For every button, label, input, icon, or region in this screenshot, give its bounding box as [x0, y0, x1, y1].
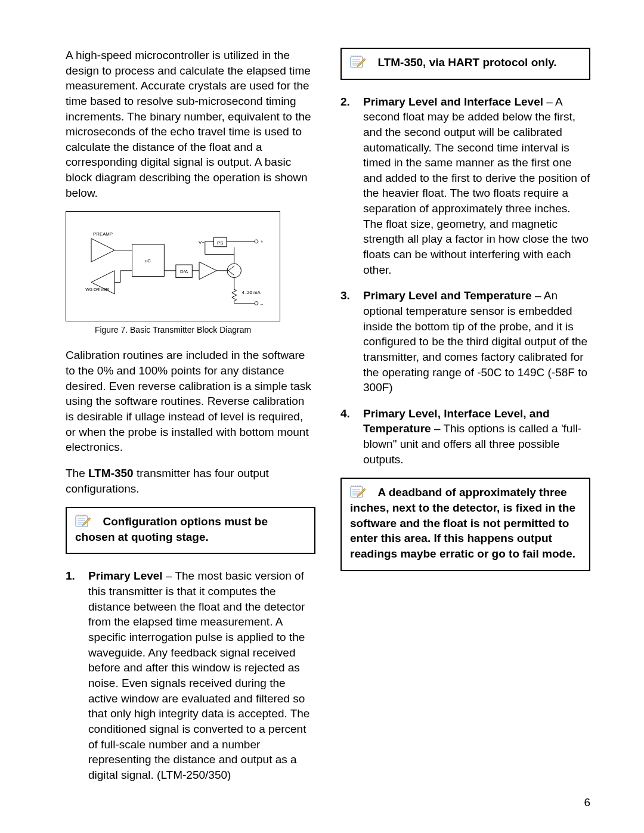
- page-number: 6: [584, 796, 590, 809]
- config-item-1-title: Primary Level: [88, 569, 163, 582]
- svg-line-13: [228, 266, 234, 271]
- config-item-2-title: Primary Level and Interface Level: [363, 95, 543, 108]
- label-plus: +: [261, 239, 264, 244]
- config-item-4: Primary Level, Interface Level, and Temp…: [340, 406, 590, 467]
- two-column-layout: A high-speed microcontroller is utilized…: [66, 48, 590, 793]
- config-item-1-body: – The most basic version of this transmi…: [88, 569, 309, 781]
- label-uc: uC: [145, 259, 151, 264]
- label-minus: –: [261, 301, 264, 306]
- note-text: Configuration options must be chosen at …: [75, 515, 268, 543]
- configs-intro-model: LTM-350: [88, 467, 134, 479]
- block-diagram-svg: PREAMP uC WG DRIVER D: [67, 212, 279, 320]
- intro-paragraph: A high-speed microcontroller is utilized…: [66, 48, 315, 200]
- figure-block-diagram: PREAMP uC WG DRIVER D: [66, 211, 280, 321]
- right-column: LTM-350, via HART protocol only. Primary…: [340, 48, 590, 793]
- config-item-2: Primary Level and Interface Level – A se…: [340, 94, 590, 278]
- svg-point-12: [227, 264, 241, 278]
- note-deadband: A deadband of approximately three inches…: [340, 478, 590, 571]
- calibration-paragraph: Calibration routines are included in the…: [66, 348, 315, 454]
- label-ps: PS: [217, 240, 223, 246]
- note-icon: [350, 55, 366, 69]
- label-preamp: PREAMP: [93, 232, 113, 237]
- note-quoting-stage: Configuration options must be chosen at …: [66, 507, 315, 554]
- note-icon: [350, 485, 366, 499]
- config-item-2-body: – A second float may be added below the …: [363, 95, 590, 276]
- config-item-3: Primary Level and Temperature – An optio…: [340, 288, 590, 395]
- config-list-right: Primary Level and Interface Level – A se…: [340, 94, 590, 467]
- svg-marker-0: [91, 239, 114, 262]
- figure-caption: Figure 7. Basic Transmitter Block Diagra…: [66, 325, 280, 335]
- svg-line-14: [228, 271, 234, 275]
- label-wg: WG DRIVER: [85, 287, 109, 292]
- note-hart-protocol: LTM-350, via HART protocol only.: [340, 48, 590, 80]
- label-vplus: V+: [199, 240, 205, 245]
- note-icon: [75, 514, 91, 528]
- svg-point-24: [255, 302, 258, 305]
- note-text: LTM-350, via HART protocol only.: [377, 56, 556, 69]
- configs-intro-pre: The: [66, 467, 88, 479]
- config-list-left: Primary Level – The most basic version o…: [66, 568, 315, 782]
- note-text: A deadband of approximately three inches…: [350, 486, 575, 560]
- label-output: 4–20 mA: [242, 290, 261, 295]
- config-item-3-title: Primary Level and Temperature: [363, 289, 532, 302]
- left-column: A high-speed microcontroller is utilized…: [66, 48, 315, 793]
- svg-marker-10: [199, 262, 216, 280]
- document-page: A high-speed microcontroller is utilized…: [0, 0, 644, 833]
- configs-intro: The LTM-350 transmitter has four output …: [66, 466, 315, 496]
- label-da: D/A: [180, 269, 188, 274]
- config-item-3-body: – An optional temperature sensor is embe…: [363, 289, 587, 394]
- svg-point-19: [255, 240, 258, 243]
- config-item-1: Primary Level – The most basic version o…: [66, 568, 315, 782]
